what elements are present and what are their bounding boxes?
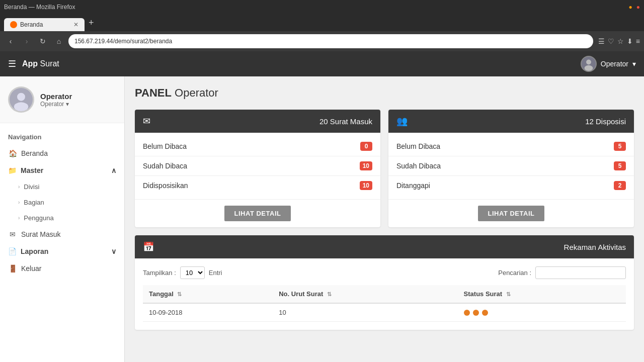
col-tanggal[interactable]: Tanggal ⇅ <box>143 285 273 303</box>
cards-row: ✉ 20 Surat Masuk Belum Dibaca 0 Sudah Di… <box>135 110 634 227</box>
sidebar-user-info: Operator Operator ▾ <box>40 92 72 108</box>
reader-icon[interactable]: ☰ <box>598 37 605 45</box>
disp-sudah-dibaca-label: Sudah Dibaca <box>396 162 441 170</box>
sidebar-item-divisi[interactable]: › Divisi <box>0 179 124 195</box>
entries-control: Tampilkan : 10 25 50 Entri <box>143 266 222 279</box>
activity-table: Tanggal ⇅ No. Urut Surat ⇅ Status Surat … <box>143 285 626 322</box>
browser-title: Beranda — Mozilla Firefox <box>4 4 75 11</box>
sort-no-urut-icon: ⇅ <box>327 291 332 297</box>
sidebar-item-keluar-label: Keluar <box>21 264 41 273</box>
sudah-dibaca-badge: 10 <box>360 161 372 170</box>
disp-belum-dibaca-badge: 5 <box>614 142 626 151</box>
disposisi-header-count: 12 Disposisi <box>585 117 626 126</box>
entries-label: Tampilkan : <box>143 269 176 277</box>
disposisi-card: 👥 12 Disposisi Belum Dibaca 5 Sudah Diba… <box>388 110 634 227</box>
col-status[interactable]: Status Surat ⇅ <box>458 285 626 303</box>
disp-belum-dibaca-label: Belum Dibaca <box>396 142 440 150</box>
laporan-toggle-icon: ∨ <box>111 247 116 255</box>
browser-tab-beranda[interactable]: Beranda ✕ <box>4 18 85 31</box>
didisposisikan-badge: 10 <box>360 181 372 190</box>
activity-table-wrapper: Tanggal ⇅ No. Urut Surat ⇅ Status Surat … <box>143 285 626 322</box>
sidebar-item-surat-masuk[interactable]: ✉ Surat Masuk <box>0 226 124 243</box>
col-no-urut[interactable]: No. Urut Surat ⇅ <box>273 285 457 303</box>
sidebar-item-beranda-label: Beranda <box>21 149 48 157</box>
user-menu[interactable]: Operator ▾ <box>581 56 636 72</box>
surat-masuk-card: ✉ 20 Surat Masuk Belum Dibaca 0 Sudah Di… <box>135 110 380 227</box>
sudah-dibaca-label: Sudah Dibaca <box>143 162 187 170</box>
disposisi-row-sudah: Sudah Dibaca 5 <box>388 156 634 176</box>
disposisi-row-ditanggapi: Ditanggapi 2 <box>388 176 634 195</box>
sidebar-item-surat-masuk-label: Surat Masuk <box>21 230 61 238</box>
sidebar-item-pengguna[interactable]: › Pengguna <box>0 210 124 226</box>
forward-button[interactable]: › <box>20 35 33 48</box>
belum-dibaca-badge: 0 <box>360 142 372 151</box>
search-label: Pencarian : <box>498 269 531 277</box>
brand-app: App <box>22 59 38 68</box>
sidebar-role: Operator ▾ <box>40 101 72 108</box>
reload-button[interactable]: ↻ <box>36 35 49 48</box>
back-button[interactable]: ‹ <box>4 35 17 48</box>
disposisi-card-footer: LIHAT DETAIL <box>388 199 634 227</box>
tab-close-button[interactable]: ✕ <box>73 21 78 28</box>
download-icon[interactable]: ⬇ <box>627 37 633 45</box>
activity-body: Tampilkan : 10 25 50 Entri Pencarian : <box>135 258 634 330</box>
app-navbar: ☰ App Surat Operator ▾ <box>0 51 644 76</box>
sidebar-item-master-label: Master <box>21 166 43 174</box>
new-tab-button[interactable]: + <box>85 16 98 30</box>
activity-card-header: 📅 Rekaman Aktivitas <box>135 235 634 258</box>
sidebar-item-keluar[interactable]: 🚪 Keluar <box>0 260 124 277</box>
sidebar-item-bagian-label: Bagian <box>24 199 44 206</box>
activity-header-label: Rekaman Aktivitas <box>564 243 626 251</box>
sidebar-item-master[interactable]: 📁 Master ∧ <box>0 162 124 179</box>
disposisi-lihat-detail-button[interactable]: LIHAT DETAIL <box>478 206 545 221</box>
bookmark-icon[interactable]: ♡ <box>608 37 614 45</box>
toolbar-icons: ☰ ♡ ☆ ⬇ ≡ <box>598 37 640 45</box>
tab-bar: Beranda ✕ + <box>0 14 644 31</box>
search-input[interactable] <box>535 266 626 279</box>
user-dropdown-icon: ▾ <box>632 60 636 68</box>
star-icon[interactable]: ☆ <box>617 37 624 45</box>
hamburger-button[interactable]: ☰ <box>8 58 16 69</box>
chevron-right-icon: › <box>18 215 20 221</box>
tab-favicon <box>10 21 17 28</box>
surat-masuk-card-header: ✉ 20 Surat Masuk <box>135 110 380 133</box>
table-row: 10-09-2018 10 <box>143 303 626 322</box>
didisposisikan-label: Didisposisikan <box>143 182 188 190</box>
app-brand: App Surat <box>22 59 59 68</box>
search-control: Pencarian : <box>498 266 626 279</box>
surat-masuk-row-belum: Belum Dibaca 0 <box>135 137 380 156</box>
main-content: PANEL Operator ✉ 20 Surat Masuk Belum Di… <box>125 76 644 362</box>
master-toggle-icon: ∧ <box>111 166 116 174</box>
app-wrapper: Operator Operator ▾ Navigation 🏠 Beranda… <box>0 76 644 362</box>
page-title: PANEL Operator <box>135 86 634 100</box>
sort-tanggal-icon: ⇅ <box>177 291 182 297</box>
calendar-icon: 📅 <box>143 241 154 252</box>
role-dropdown-icon[interactable]: ▾ <box>66 101 69 108</box>
belum-dibaca-label: Belum Dibaca <box>143 142 187 150</box>
activity-controls: Tampilkan : 10 25 50 Entri Pencarian : <box>143 266 626 279</box>
home-icon: 🏠 <box>8 149 17 157</box>
surat-masuk-lihat-detail-button[interactable]: LIHAT DETAIL <box>224 206 291 221</box>
sidebar-item-laporan[interactable]: 📄 Laporan ∨ <box>0 243 124 260</box>
browser-toolbar: ‹ › ↻ ⌂ ☰ ♡ ☆ ⬇ ≡ <box>0 31 644 51</box>
home-button[interactable]: ⌂ <box>52 35 65 48</box>
disp-sudah-dibaca-badge: 5 <box>614 161 626 170</box>
sidebar-item-beranda[interactable]: 🏠 Beranda <box>0 145 124 162</box>
cell-tanggal: 10-09-2018 <box>143 303 273 322</box>
cell-no-urut: 10 <box>273 303 457 322</box>
chevron-right-icon: › <box>18 200 20 205</box>
surat-masuk-row-sudah: Sudah Dibaca 10 <box>135 156 380 176</box>
folder-icon: 📁 <box>8 166 17 174</box>
sidebar-subitems-master: › Divisi › Bagian › Pengguna <box>0 179 124 226</box>
entries-select[interactable]: 10 25 50 <box>180 266 205 279</box>
menu-icon[interactable]: ≡ <box>636 37 640 45</box>
mail-icon: ✉ <box>8 230 17 238</box>
svg-point-5 <box>14 102 28 111</box>
address-bar[interactable] <box>68 34 593 48</box>
sidebar-item-bagian[interactable]: › Bagian <box>0 195 124 210</box>
activity-card: 📅 Rekaman Aktivitas Tampilkan : 10 25 50… <box>135 235 634 330</box>
nav-section-title: Navigation <box>0 129 124 145</box>
logout-icon: 🚪 <box>8 264 17 273</box>
page-title-normal: Operator <box>172 86 218 99</box>
sidebar: Operator Operator ▾ Navigation 🏠 Beranda… <box>0 76 125 362</box>
